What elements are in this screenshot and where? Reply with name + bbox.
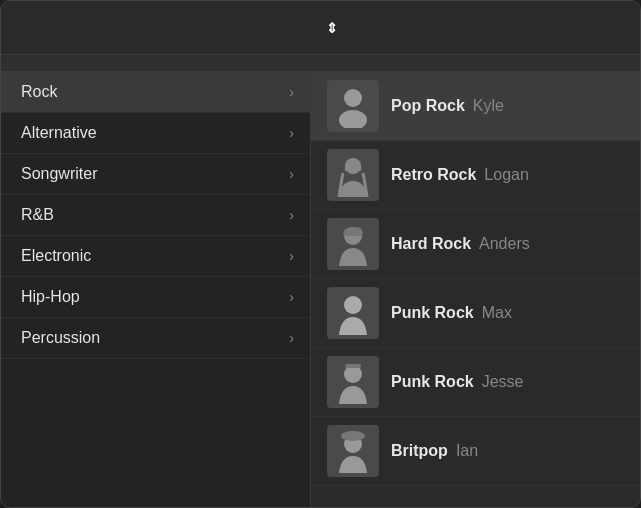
kit-item-retro-rock-logan[interactable]: Retro Rock Logan [311,141,640,210]
kit-item-hard-rock-anders[interactable]: Hard Rock Anders [311,210,640,279]
kit-genre: Britpop [391,442,448,460]
chevron-right-icon: › [289,166,294,182]
svg-rect-6 [345,364,361,368]
kit-item-punk-rock-max[interactable]: Punk Rock Max [311,279,640,348]
svg-point-0 [344,89,362,107]
kit-avatar [327,425,379,477]
kit-info: Punk Rock Jesse [391,373,523,391]
genre-name: Electronic [21,247,91,265]
kit-avatar [327,149,379,201]
kit-avatar [327,80,379,132]
header [1,1,640,55]
svg-point-4 [344,296,362,314]
kit-list: Pop Rock Kyle Retro Rock Logan Hard Rock… [311,72,640,507]
chevron-right-icon: › [289,289,294,305]
alle-sounds-dropdown[interactable] [320,20,338,36]
genre-name: Hip-Hop [21,288,80,306]
region-bar [1,55,640,72]
chevron-right-icon: › [289,207,294,223]
kit-info: Retro Rock Logan [391,166,529,184]
kit-avatar [327,287,379,339]
kit-info: Pop Rock Kyle [391,97,504,115]
kit-genre: Pop Rock [391,97,465,115]
svg-point-1 [339,110,367,128]
genre-name: Songwriter [21,165,97,183]
kit-item-britpop-ian[interactable]: Britpop Ian [311,417,640,486]
kit-name: Logan [484,166,529,184]
chevron-right-icon: › [289,330,294,346]
main-content: Rock › Alternative › Songwriter › R&B › … [1,72,640,507]
genre-item-songwriter[interactable]: Songwriter › [1,154,310,195]
kit-genre: Punk Rock [391,304,474,322]
kit-name: Anders [479,235,530,253]
genre-item-percussion[interactable]: Percussion › [1,318,310,359]
genre-name: Rock [21,83,57,101]
genre-name: Alternative [21,124,97,142]
sort-icon [326,20,338,36]
kit-info: Britpop Ian [391,442,478,460]
app-container: Rock › Alternative › Songwriter › R&B › … [0,0,641,508]
genre-item-rock[interactable]: Rock › [1,72,310,113]
kit-info: Hard Rock Anders [391,235,530,253]
kit-name: Jesse [482,373,524,391]
kit-info: Punk Rock Max [391,304,512,322]
genre-item-hiphop[interactable]: Hip-Hop › [1,277,310,318]
kit-genre: Punk Rock [391,373,474,391]
kit-avatar [327,356,379,408]
chevron-right-icon: › [289,125,294,141]
kit-avatar [327,218,379,270]
kit-item-punk-rock-jesse[interactable]: Punk Rock Jesse [311,348,640,417]
genre-name: R&B [21,206,54,224]
genre-item-rnb[interactable]: R&B › [1,195,310,236]
genre-list: Rock › Alternative › Songwriter › R&B › … [1,72,311,507]
svg-point-8 [341,431,365,441]
chevron-right-icon: › [289,248,294,264]
kit-genre: Retro Rock [391,166,476,184]
kit-genre: Hard Rock [391,235,471,253]
kit-name: Ian [456,442,478,460]
chevron-right-icon: › [289,84,294,100]
kit-name: Max [482,304,512,322]
kit-name: Kyle [473,97,504,115]
genre-item-electronic[interactable]: Electronic › [1,236,310,277]
kit-item-pop-rock-kyle[interactable]: Pop Rock Kyle [311,72,640,141]
genre-item-alternative[interactable]: Alternative › [1,113,310,154]
genre-name: Percussion [21,329,100,347]
